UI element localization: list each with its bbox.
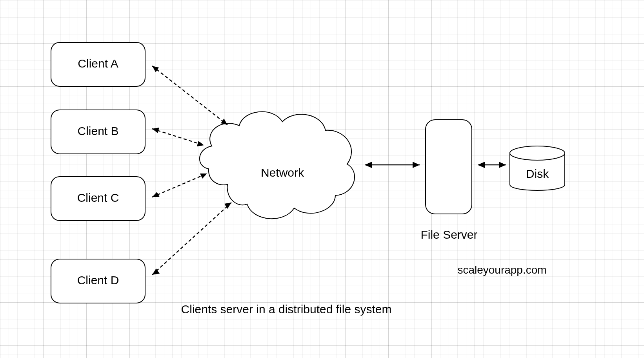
client-c-label: Client C <box>77 191 119 204</box>
arrow-client-d-network <box>152 203 231 275</box>
arrow-client-a-network <box>152 66 227 125</box>
file-server-label: File Server <box>420 228 477 241</box>
client-a-label: Client A <box>78 57 118 70</box>
arrow-fileserver-disk <box>478 162 506 168</box>
svg-marker-11 <box>197 141 204 146</box>
svg-marker-19 <box>365 162 372 168</box>
svg-marker-7 <box>152 66 159 72</box>
client-b-label: Client B <box>77 124 118 137</box>
arrow-client-b-network <box>152 128 204 146</box>
svg-line-12 <box>152 174 207 197</box>
svg-rect-4 <box>426 120 472 214</box>
file-server-box: File Server <box>420 120 477 241</box>
client-d-label: Client D <box>77 274 119 287</box>
svg-line-9 <box>152 129 204 145</box>
disk-label: Disk <box>526 167 549 180</box>
svg-marker-22 <box>478 162 485 168</box>
svg-marker-8 <box>221 119 227 125</box>
diagram-canvas: Client A Client B Client C Client D Netw… <box>0 0 644 358</box>
network-cloud: Network <box>200 112 355 219</box>
arrow-network-fileserver <box>365 162 420 168</box>
client-a-box: Client A <box>51 42 145 86</box>
svg-marker-23 <box>499 162 506 168</box>
disk-cylinder: Disk <box>510 146 565 190</box>
svg-marker-14 <box>200 174 207 179</box>
caption-text: Clients server in a distributed file sys… <box>181 303 392 316</box>
svg-line-6 <box>152 66 227 125</box>
svg-marker-10 <box>152 128 159 133</box>
arrow-client-c-network <box>152 174 207 197</box>
svg-point-5 <box>510 146 565 160</box>
svg-marker-20 <box>413 162 420 168</box>
client-d-box: Client D <box>51 259 145 303</box>
network-label: Network <box>261 166 304 179</box>
attribution-text: scaleyourapp.com <box>457 264 546 276</box>
client-c-box: Client C <box>51 177 145 221</box>
client-b-box: Client B <box>51 110 145 154</box>
svg-line-15 <box>152 203 231 275</box>
